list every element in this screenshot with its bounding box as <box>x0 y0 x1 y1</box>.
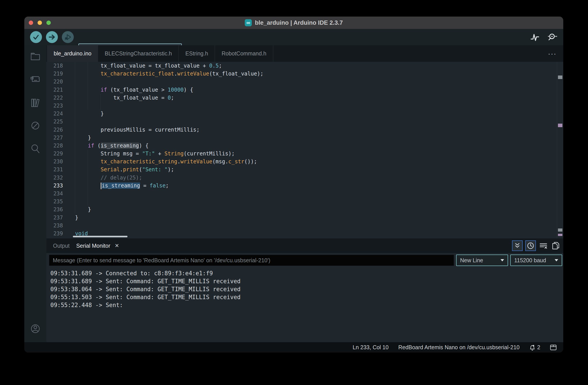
code-text: } <box>75 110 104 118</box>
code-text: tx_characteristic_string.writeValue(msg.… <box>75 158 257 165</box>
line-number: 235 <box>46 198 63 205</box>
code-text: tx_characteristic_float.writeValue(tx_fl… <box>75 70 264 78</box>
tab-output[interactable]: Output <box>53 243 70 249</box>
serial-plotter-icon[interactable] <box>531 32 539 42</box>
code-text: } <box>75 214 78 222</box>
serial-line: 09:53:31.689 -> Connected to: c8:89:f3:e… <box>50 269 563 277</box>
code-text: tx_float_value = tx_float_value + 0.5; <box>75 62 222 70</box>
line-number: 233 <box>46 182 63 190</box>
code-text: // delay(25); <box>75 174 142 182</box>
sidebar-item-boards-manager[interactable] <box>24 75 46 84</box>
bell-icon <box>529 344 535 351</box>
baud-rate-dropdown[interactable]: 115200 baud <box>510 255 562 266</box>
serial-line: 09:53:31.689 -> Sent: Command: GET_TIME_… <box>50 277 563 285</box>
chevron-down-icon <box>501 259 504 261</box>
autoscroll-icon <box>514 243 521 249</box>
code-text: } <box>75 134 91 142</box>
notifications-status[interactable]: 2 <box>529 344 540 351</box>
account-icon <box>30 324 41 334</box>
line-number: 237 <box>46 214 63 222</box>
board-port-status[interactable]: RedBoard Artemis Nano on /dev/cu.usbseri… <box>398 344 520 351</box>
right-arrow-icon <box>49 34 55 41</box>
line-ending-dropdown[interactable]: New Line <box>456 255 508 266</box>
line-number: 219 <box>46 70 63 78</box>
sidebar-item-library-manager[interactable] <box>24 98 46 108</box>
code-line: 229 String msg = "T:" + String(currentMi… <box>46 150 563 158</box>
window-title: ble_arduino | Arduino IDE 2.3.7 <box>255 20 343 26</box>
bottom-panel-header: Output Serial Monitor ✕ <box>46 238 563 253</box>
code-line: 224 } <box>46 110 563 118</box>
indent-guide <box>101 94 101 110</box>
line-number: 229 <box>46 150 63 158</box>
copy-output-button[interactable] <box>551 240 561 251</box>
tab-overflow-menu[interactable]: ··· <box>546 45 559 62</box>
cursor-position-status[interactable]: Ln 233, Col 10 <box>353 344 389 351</box>
debug-disabled-icon <box>30 121 40 130</box>
code-line: 233 is_streaming = false; <box>46 182 563 190</box>
board-icon <box>30 75 41 84</box>
code-text: is_streaming = false; <box>75 182 169 190</box>
arduino-app-icon: ∞ <box>245 19 252 26</box>
code-line: 232 // delay(25); <box>46 174 563 182</box>
toggle-autoscroll-button[interactable] <box>512 240 523 251</box>
sidebar-item-search[interactable] <box>24 144 46 154</box>
code-line: 238 <box>46 222 563 230</box>
serial-monitor-controls: New Line 115200 baud <box>46 253 563 267</box>
code-line: 231 Serial.print("Sent: "); <box>46 165 563 174</box>
line-number: 221 <box>46 86 63 94</box>
code-line: 220 <box>46 78 563 86</box>
panel-layout-icon <box>550 344 557 350</box>
code-line: 230 tx_characteristic_string.writeValue(… <box>46 158 563 165</box>
line-number: 238 <box>46 222 63 230</box>
upload-button[interactable] <box>46 31 58 43</box>
code-lines: 218 tx_float_value = tx_float_value + 0.… <box>46 62 563 238</box>
line-number: 227 <box>46 134 63 142</box>
serial-line: 09:55:22.448 -> Sent: <box>50 301 563 309</box>
sidebar-item-sketchbook[interactable] <box>24 52 46 61</box>
close-icon[interactable]: ✕ <box>115 243 119 249</box>
folder-icon <box>30 52 41 61</box>
copy-output-icon <box>552 242 560 250</box>
ruler-marker <box>558 234 562 236</box>
line-number: 220 <box>46 78 63 86</box>
serial-monitor-output[interactable]: 09:53:31.689 -> Connected to: c8:89:f3:e… <box>46 267 563 342</box>
line-number: 239 <box>46 230 63 238</box>
timestamp-icon <box>527 242 534 249</box>
chevron-down-icon <box>555 259 558 261</box>
debug-button[interactable] <box>62 31 74 43</box>
tab-estring-h[interactable]: EString.h <box>179 45 215 62</box>
line-number: 236 <box>46 205 63 213</box>
sidebar-item-account[interactable] <box>24 324 46 334</box>
toggle-panel-layout-button[interactable] <box>550 344 557 350</box>
status-bar: Ln 233, Col 10 RedBoard Artemis Nano on … <box>24 342 563 353</box>
clear-output-button[interactable] <box>539 240 548 251</box>
tab-ble_arduino-ino[interactable]: ble_arduino.ino <box>47 45 98 62</box>
code-text: Serial.print("Sent: "); <box>75 165 174 174</box>
line-number: 226 <box>46 126 63 134</box>
horizontal-scrollbar[interactable] <box>73 236 127 237</box>
serial-line: 09:53:38.064 -> Sent: Command: GET_TIME_… <box>50 285 563 293</box>
serial-monitor-icon[interactable] <box>547 32 557 42</box>
activity-sidebar <box>24 45 46 342</box>
serial-message-input[interactable] <box>49 255 454 266</box>
serial-output-lines: 09:53:31.689 -> Connected to: c8:89:f3:e… <box>50 269 563 309</box>
sidebar-item-debugger[interactable] <box>24 121 46 130</box>
code-line: 236 } <box>46 205 563 213</box>
tab-serial-monitor[interactable]: Serial Monitor <box>76 243 110 249</box>
toggle-timestamp-button[interactable] <box>525 240 536 251</box>
line-number: 218 <box>46 62 63 70</box>
library-books-icon <box>30 98 41 108</box>
verify-button[interactable] <box>30 31 42 43</box>
title-bar: ∞ ble_arduino | Arduino IDE 2.3.7 <box>24 17 563 29</box>
code-editor[interactable]: 218 tx_float_value = tx_float_value + 0.… <box>46 62 563 238</box>
tab-robotcommand-h[interactable]: RobotCommand.h <box>215 45 273 62</box>
overview-ruler[interactable] <box>557 62 563 238</box>
line-number: 222 <box>46 94 63 102</box>
tab-blecstringcharacteristic-h[interactable]: BLECStringCharacteristic.h <box>98 45 179 62</box>
line-number: 228 <box>46 142 63 150</box>
line-number: 234 <box>46 190 63 198</box>
code-line: 221 if (tx_float_value > 10000) { <box>46 86 563 94</box>
code-text: tx_float_value = 0; <box>75 94 174 102</box>
line-number: 225 <box>46 118 63 126</box>
line-ending-value: New Line <box>460 257 483 263</box>
